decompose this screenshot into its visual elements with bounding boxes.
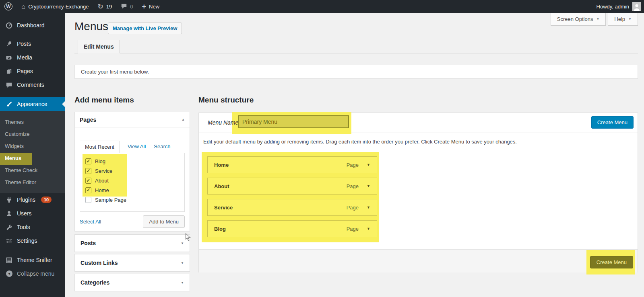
menu-item-service[interactable]: Service Page ▼	[207, 199, 377, 216]
expand-item-icon[interactable]: ▼	[367, 205, 370, 209]
sidebar-item-users[interactable]: Users	[0, 207, 65, 220]
notice-create-first-menu: Create your first menu below.	[74, 65, 638, 79]
menu-item-home[interactable]: Home Page ▼	[207, 156, 377, 173]
dashboard-icon	[5, 22, 13, 29]
appearance-submenu: Themes Customize Widgets Menus Theme Che…	[0, 111, 65, 193]
menu-structure-card: Menu Name Create Menu Edit your default …	[198, 113, 638, 272]
expand-item-icon[interactable]: ▼	[367, 227, 370, 231]
comment-bubble-icon	[121, 3, 127, 10]
new-menu[interactable]: + New	[138, 0, 164, 13]
sidebar-item-tools[interactable]: Tools	[0, 220, 65, 234]
sidebar-item-pages[interactable]: Pages	[0, 64, 65, 78]
updates-count: 19	[106, 4, 112, 10]
sidebar-item-appearance[interactable]: Appearance	[0, 97, 65, 111]
submenu-theme-editor[interactable]: Theme Editor	[0, 177, 65, 189]
tab-search[interactable]: Search	[154, 143, 170, 153]
select-all-link[interactable]: Select All	[80, 219, 101, 225]
sidebar-item-dashboard[interactable]: Dashboard	[0, 18, 65, 32]
list-icon	[5, 257, 13, 264]
plug-icon	[5, 197, 13, 203]
chevron-down-icon: ▼	[181, 281, 184, 285]
chevron-down-icon: ▼	[181, 261, 184, 265]
chevron-up-icon: ▲	[182, 118, 185, 121]
accordion-posts[interactable]: Posts ▼	[74, 234, 190, 252]
submenu-widgets[interactable]: Widgets	[0, 141, 65, 153]
submenu-customize[interactable]: Customize	[0, 129, 65, 141]
brush-icon	[5, 101, 13, 108]
checkbox-row-home[interactable]: ✓ Home	[85, 185, 184, 195]
menu-structure-footer: Create Menu	[199, 249, 638, 272]
menu-structure-heading: Menu structure	[198, 96, 254, 104]
comments-count: 0	[130, 4, 133, 10]
menu-structure-description: Edit your default menu by adding or remo…	[203, 139, 517, 145]
accordion-custom-links[interactable]: Custom Links ▼	[74, 254, 190, 272]
sliders-icon	[5, 238, 13, 244]
chevron-down-icon: ▼	[596, 17, 599, 21]
create-menu-button-top[interactable]: Create Menu	[591, 116, 634, 129]
menu-item-about[interactable]: About Page ▼	[207, 178, 377, 195]
camera-icon	[5, 54, 13, 61]
wordpress-logo-icon: W	[4, 2, 12, 10]
chevron-down-icon: ▼	[181, 242, 184, 245]
site-name-label: Cryptocurrency-Exchange	[28, 4, 89, 10]
person-icon	[5, 210, 13, 217]
howdy-menu[interactable]: Howdy, admin	[597, 4, 629, 10]
tab-edit-menus[interactable]: Edit Menus	[78, 40, 120, 53]
checkbox-unchecked-icon[interactable]	[85, 197, 91, 203]
page-title: Menus	[74, 20, 108, 33]
checkbox-row-sample-page[interactable]: Sample Page	[85, 195, 184, 205]
sidebar-item-plugins[interactable]: Plugins 10	[0, 193, 65, 207]
new-label: New	[149, 4, 159, 10]
menu-item-blog[interactable]: Blog Page ▼	[207, 220, 377, 237]
manage-live-preview-button[interactable]: Manage with Live Preview	[108, 23, 182, 34]
checkbox-row-about[interactable]: ✓ About	[85, 176, 184, 185]
checkbox-checked-icon[interactable]: ✓	[85, 158, 91, 164]
menu-name-input[interactable]	[238, 115, 349, 128]
tab-most-recent[interactable]: Most Recent	[80, 141, 120, 153]
site-name-menu[interactable]: ⌂ Cryptocurrency-Exchange	[17, 0, 93, 13]
avatar[interactable]	[632, 2, 641, 11]
wrench-icon	[5, 224, 13, 231]
sidebar-item-posts[interactable]: Posts	[0, 37, 65, 51]
speech-bubble-icon	[5, 82, 13, 88]
pages-panel-header[interactable]: Pages ▲	[75, 112, 190, 127]
plugins-update-badge: 10	[41, 197, 52, 203]
add-menu-items-heading: Add menu items	[74, 96, 134, 104]
tab-divider	[74, 53, 638, 53]
sidebar-item-comments[interactable]: Comments	[0, 78, 65, 92]
menu-structure-body: Edit your default menu by adding or remo…	[199, 133, 638, 249]
menu-name-row: Menu Name Create Menu	[199, 113, 638, 133]
submenu-theme-check[interactable]: Theme Check	[0, 165, 65, 177]
checkbox-checked-icon[interactable]: ✓	[85, 178, 91, 184]
help-button[interactable]: Help ▼	[608, 13, 638, 26]
pages-icon	[5, 68, 13, 75]
screen-options-button[interactable]: Screen Options ▼	[551, 13, 606, 26]
expand-item-icon[interactable]: ▼	[367, 184, 370, 188]
plus-icon: +	[142, 3, 147, 10]
home-icon: ⌂	[21, 3, 25, 10]
add-to-menu-button[interactable]: Add to Menu	[143, 215, 185, 228]
pages-panel: Pages ▲ Most Recent View All Search ✓ Bl…	[74, 112, 190, 231]
pages-checklist: ✓ Blog ✓ Service ✓ About ✓ Home Sampl	[80, 153, 185, 212]
checkbox-row-blog[interactable]: ✓ Blog	[85, 156, 184, 166]
accordion-categories[interactable]: Categories ▼	[74, 274, 190, 291]
sidebar-item-settings[interactable]: Settings	[0, 234, 65, 248]
checkbox-checked-icon[interactable]: ✓	[85, 168, 91, 174]
sidebar-item-media[interactable]: Media	[0, 51, 65, 64]
submenu-themes[interactable]: Themes	[0, 117, 65, 129]
wordpress-logo-menu[interactable]: W	[0, 0, 17, 13]
checkbox-checked-icon[interactable]: ✓	[85, 187, 91, 193]
admin-sidebar: Dashboard Posts Media Pages Comments	[0, 13, 65, 297]
pin-icon	[5, 41, 13, 47]
checkbox-row-service[interactable]: ✓ Service	[85, 166, 184, 176]
comments-menu[interactable]: 0	[116, 0, 137, 13]
sidebar-item-theme-sniffer[interactable]: Theme Sniffer	[0, 253, 65, 267]
chevron-down-icon: ▼	[628, 17, 632, 21]
tab-view-all[interactable]: View All	[128, 143, 146, 153]
pages-panel-tabs: Most Recent View All Search	[80, 141, 185, 153]
create-menu-button-bottom[interactable]: Create Menu	[590, 256, 633, 268]
expand-item-icon[interactable]: ▼	[367, 163, 370, 167]
submenu-menus-highlighted[interactable]: Menus	[0, 153, 32, 165]
updates-menu[interactable]: ↻ 19	[93, 0, 117, 13]
sidebar-item-collapse-menu[interactable]: ◀ Collapse menu	[0, 267, 65, 281]
